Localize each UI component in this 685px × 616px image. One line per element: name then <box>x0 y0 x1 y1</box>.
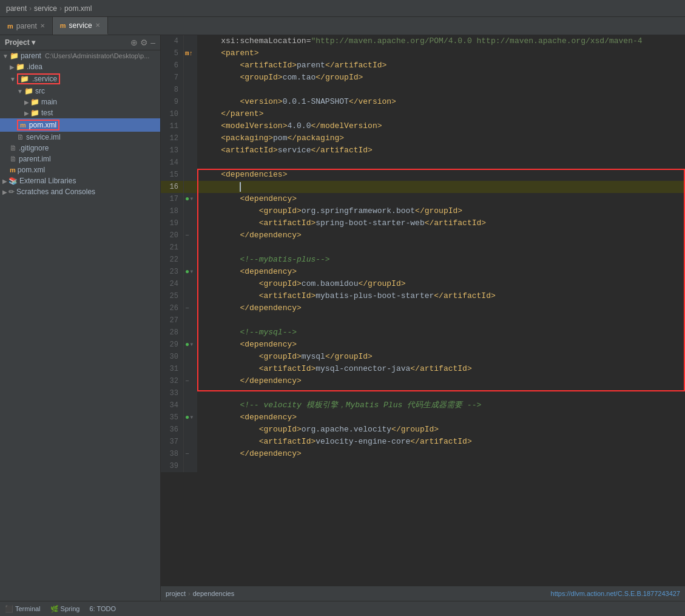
line-gutter-27 <box>184 314 197 327</box>
tab-service[interactable]: m service ✕ <box>53 17 108 35</box>
tree-item-pom-service[interactable]: m pom.xml <box>0 118 160 132</box>
line-gutter-5: m↑ <box>184 47 197 59</box>
tree-label-test: test <box>41 109 53 117</box>
code-row-30: 30 <groupId>mysql</groupId> <box>161 351 685 363</box>
line-num-28: 28 <box>161 327 184 339</box>
line-gutter-31 <box>184 363 197 375</box>
tree-label-parentiml: parent.iml <box>19 155 51 163</box>
tree-item-main[interactable]: ▶ 📁 main <box>0 96 160 107</box>
line-gutter-8 <box>184 84 197 96</box>
chevron-down-icon: ▼ <box>17 88 23 95</box>
line-content-32: </dependency> <box>197 375 685 387</box>
line-gutter-15 <box>184 169 197 181</box>
breadcrumb-parent: parent <box>6 4 27 13</box>
breadcrumb-project: project <box>166 590 186 597</box>
tab-parent[interactable]: m parent ✕ <box>0 17 53 35</box>
code-row-13: 13 <artifactId>service</artifactId> <box>161 144 685 157</box>
tab-service-close[interactable]: ✕ <box>95 22 100 29</box>
tree-item-idea[interactable]: ▶ 📁 .idea <box>0 61 160 72</box>
gutter-dash-29[interactable]: ▾ <box>189 340 194 349</box>
gutter-dash-32[interactable]: – <box>185 377 189 385</box>
main-layout: Project ▾ ⊕ ⚙ – ▼ 📁 parent C:\Users\Admi… <box>0 35 685 601</box>
tab-service-label: service <box>69 21 92 30</box>
code-row-22: 22 <!--mybatis-plus--> <box>161 254 685 266</box>
tree-label-main: main <box>41 98 57 106</box>
sidebar-toolbar: ⊕ ⚙ – <box>130 38 155 47</box>
line-num-24: 24 <box>161 278 184 290</box>
status-bar: project › dependencies https://dlvm.acti… <box>161 586 685 601</box>
tree-item-parentiml[interactable]: 🗎 parent.iml <box>0 154 160 164</box>
terminal-button[interactable]: ⬛ Terminal <box>5 605 41 613</box>
line-content-7: <groupId>com.tao</groupId> <box>197 72 685 84</box>
tree-item-extlibs[interactable]: ▶ 📚 External Libraries <box>0 175 160 186</box>
breadcrumb-sep2: › <box>59 4 62 13</box>
code-row-16: 16 <box>161 181 685 193</box>
code-row-19: 19 <artifactId>spring-boot-starter-web</… <box>161 217 685 229</box>
gutter-dash-26[interactable]: – <box>185 304 189 313</box>
breadcrumb-arrow: › <box>188 590 191 597</box>
tree-item-parent[interactable]: ▼ 📁 parent C:\Users\Administrator\Deskto… <box>0 50 160 61</box>
bottom-bar: ⬛ Terminal 🌿 Spring 6: TODO <box>0 601 685 616</box>
tab-bar: m parent ✕ m service ✕ <box>0 17 685 35</box>
spring-button[interactable]: 🌿 Spring <box>50 605 80 613</box>
line-content-28: <!--mysql--> <box>197 327 685 339</box>
gutter-dash-35[interactable]: ▾ <box>189 413 194 422</box>
tab-parent-close[interactable]: ✕ <box>40 22 45 29</box>
line-content-25: <artifactId>mybatis-plus-boot-starter</a… <box>197 290 685 302</box>
title-bar: parent › service › pom.xml <box>0 0 685 17</box>
line-content-39 <box>197 460 685 472</box>
tree-label-scratches: Scratches and Consoles <box>16 188 95 196</box>
chevron-right-icon: ▶ <box>2 178 7 184</box>
line-content-23: <dependency> <box>197 266 685 278</box>
tree-item-serviceiml[interactable]: 🗎 service.iml <box>0 132 160 143</box>
line-content-9: <version>0.0.1-SNAPSHOT</version> <box>197 96 685 108</box>
tree-item-service[interactable]: ▼ 📁 .service <box>0 72 160 86</box>
scratches-icon: ✏ <box>8 188 15 196</box>
tree-label-pom-service: pom.xml <box>29 121 56 129</box>
line-content-37: <artifactId>velocity-engine-core</artifa… <box>197 436 685 448</box>
line-num-22: 22 <box>161 254 184 266</box>
code-row-21: 21 <box>161 242 685 254</box>
tree-item-test[interactable]: ▶ 📁 test <box>0 107 160 118</box>
chevron-right-icon: ▶ <box>24 110 29 117</box>
gutter-dash-icon[interactable]: ▾ <box>189 195 194 203</box>
tree-label-serviceiml: service.iml <box>26 133 61 141</box>
chevron-down-icon: ▼ <box>10 76 16 83</box>
code-row-4: 4 xsi:schemaLocation="http://maven.apach… <box>161 35 685 47</box>
todo-label: 6: TODO <box>89 605 116 612</box>
line-gutter-4 <box>184 35 197 47</box>
tree-label-service: .service <box>32 75 57 83</box>
code-editor[interactable]: 4 xsi:schemaLocation="http://maven.apach… <box>161 35 685 586</box>
gutter-dash-38[interactable]: – <box>185 450 189 458</box>
tree-item-pom-root[interactable]: m pom.xml <box>0 164 160 175</box>
code-row-12: 12 <packaging>pom</packaging> <box>161 132 685 144</box>
line-content-21 <box>197 242 685 254</box>
breadcrumb-sep1: › <box>29 4 32 13</box>
code-row-23: 23 ●▾ <dependency> <box>161 266 685 278</box>
tree-item-gitignore[interactable]: 🗎 .gitignore <box>0 143 160 154</box>
gutter-m-icon: m↑ <box>185 50 193 57</box>
sidebar-sync-icon[interactable]: ⊕ <box>130 38 138 47</box>
code-row-8: 8 <box>161 84 685 96</box>
sidebar-settings-icon[interactable]: ⚙ <box>140 38 148 47</box>
tree-item-src[interactable]: ▼ 📁 src <box>0 86 160 96</box>
sidebar-collapse-icon[interactable]: – <box>150 38 155 47</box>
todo-button[interactable]: 6: TODO <box>89 605 116 612</box>
line-num-21: 21 <box>161 242 184 254</box>
line-content-8 <box>197 84 685 96</box>
tree-path: C:\Users\Administrator\Desktop\p... <box>45 52 149 59</box>
line-num-32: 32 <box>161 375 184 387</box>
gutter-dash-20[interactable]: – <box>185 231 189 240</box>
chevron-right-icon: ▶ <box>10 64 15 70</box>
tree-item-scratches[interactable]: ▶ ✏ Scratches and Consoles <box>0 186 160 197</box>
tree-label-extlibs: External Libraries <box>19 177 76 185</box>
code-row-35: 35 ●▾ <dependency> <box>161 411 685 424</box>
line-num-37: 37 <box>161 436 184 448</box>
gutter-dash-23[interactable]: ▾ <box>189 268 194 276</box>
code-row-5: 5 m↑ <parent> <box>161 47 685 59</box>
line-gutter-9 <box>184 96 197 108</box>
tab-parent-label: parent <box>16 22 37 30</box>
line-num-15: 15 <box>161 169 184 181</box>
line-num-27: 27 <box>161 314 184 327</box>
line-gutter-34 <box>184 399 197 411</box>
